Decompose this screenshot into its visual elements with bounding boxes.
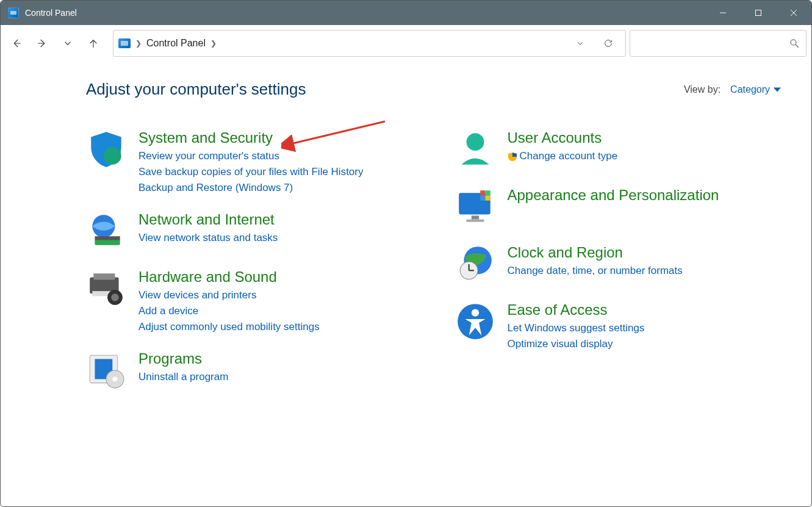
svg-rect-15 [93,273,115,279]
svg-point-10 [104,147,121,165]
search-box[interactable] [630,30,807,57]
svg-point-23 [466,133,484,151]
category-link[interactable]: Optimize visual display [508,338,645,350]
category-title[interactable]: Clock and Region [508,244,683,261]
category-title[interactable]: Ease of Access [508,301,645,318]
content-area: Adjust your computer's settings View by:… [1,62,811,409]
category-title[interactable]: Hardware and Sound [138,268,320,286]
address-bar[interactable]: ❯ Control Panel ❯ [113,30,626,57]
category-link[interactable]: Adjust commonly used mobility settings [138,321,320,333]
category-link[interactable]: Change account type [508,150,618,162]
forward-button[interactable] [31,32,53,54]
category-link[interactable]: Save backup copies of your files with Fi… [138,166,364,178]
back-button[interactable] [5,32,27,54]
clock-globe-icon [455,244,495,284]
category-title[interactable]: User Accounts [508,129,618,146]
category-link[interactable]: Let Windows suggest settings [508,322,645,334]
uac-shield-icon [508,152,517,162]
toolbar: ❯ Control Panel ❯ [1,25,811,62]
up-button[interactable] [82,32,104,54]
recent-locations-button[interactable] [57,32,79,54]
globe-network-icon [86,211,126,251]
svg-point-7 [791,40,796,45]
category-link[interactable]: Change date, time, or number formats [508,265,683,277]
refresh-button[interactable] [600,35,617,52]
view-by-dropdown[interactable]: Category [730,84,781,95]
address-location[interactable]: Control Panel [146,38,206,49]
printer-camera-icon [86,268,126,309]
category-network-and-internet: Network and Internet View network status… [86,211,419,251]
svg-rect-30 [485,195,490,200]
minimize-button[interactable] [705,1,741,25]
category-link[interactable]: View network status and tasks [138,232,278,244]
monitor-colors-icon [455,187,495,227]
category-title[interactable]: Network and Internet [138,211,278,228]
svg-line-8 [796,45,799,48]
svg-point-36 [471,309,478,316]
shield-link-text: Change account type [520,150,618,162]
search-icon[interactable] [789,38,800,49]
user-icon [455,129,495,170]
category-title[interactable]: Appearance and Personalization [508,187,719,204]
view-by-control: View by: Category [684,84,781,95]
title-bar: Control Panel [1,1,811,25]
breadcrumb-separator-icon: ❯ [135,39,142,48]
svg-marker-9 [774,87,781,92]
svg-point-18 [111,293,118,301]
accessibility-icon [455,301,495,342]
category-system-and-security: System and Security Review your computer… [86,129,419,194]
category-link[interactable]: Review your computer's status [138,150,364,162]
svg-rect-25 [471,215,478,219]
category-programs: Programs Uninstall a program [86,350,419,390]
shield-icon [86,129,126,170]
svg-point-22 [112,376,117,381]
svg-rect-26 [466,220,484,222]
category-title[interactable]: System and Security [138,129,364,146]
svg-rect-29 [480,195,485,200]
category-ease-of-access: Ease of Access Let Windows suggest setti… [455,301,788,350]
category-hardware-and-sound: Hardware and Sound View devices and prin… [86,268,419,333]
left-column: System and Security Review your computer… [86,129,419,390]
svg-rect-1 [756,10,761,16]
category-user-accounts: User Accounts Change account type [455,129,788,170]
category-title[interactable]: Programs [138,350,228,367]
control-panel-app-icon [8,7,19,18]
view-by-label: View by: [684,84,720,95]
view-by-value: Category [730,84,770,95]
svg-rect-13 [95,236,120,240]
category-clock-and-region: Clock and Region Change date, time, or n… [455,244,788,284]
right-column: User Accounts Change account type Appear… [455,129,788,390]
category-link[interactable]: Uninstall a program [138,371,228,383]
category-link[interactable]: View devices and printers [138,289,320,301]
search-input[interactable] [636,38,789,48]
breadcrumb-separator-icon[interactable]: ❯ [210,39,217,48]
control-panel-icon [118,38,131,48]
category-link[interactable]: Add a device [138,305,320,317]
programs-disc-icon [86,350,126,390]
close-button[interactable] [776,1,811,25]
category-appearance-and-personalization: Appearance and Personalization [455,187,788,227]
svg-rect-27 [480,190,485,195]
address-history-button[interactable] [572,35,589,52]
category-link[interactable]: Backup and Restore (Windows 7) [138,182,364,194]
maximize-button[interactable] [741,1,776,25]
svg-rect-28 [485,190,490,195]
page-heading: Adjust your computer's settings [86,80,306,99]
window-title: Control Panel [25,8,77,18]
